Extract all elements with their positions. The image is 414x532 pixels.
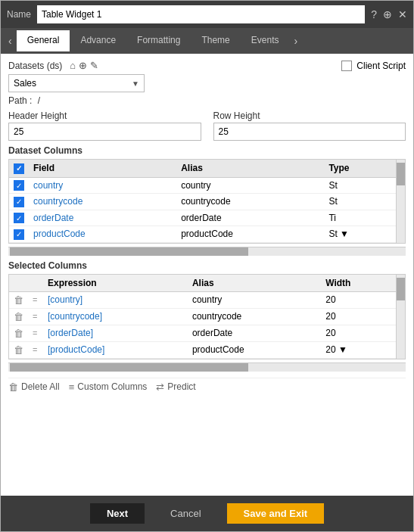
delete-row-icon[interactable]: 🗑 — [14, 294, 23, 306]
add-dataset-icon[interactable]: ⊕ — [79, 60, 87, 71]
td-field: country — [29, 177, 176, 194]
custom-columns-icon: ≡ — [69, 381, 75, 393]
equals-icon: = — [33, 328, 37, 338]
delete-all-action[interactable]: 🗑 Delete All — [8, 381, 60, 393]
delete-all-label: Delete All — [21, 381, 60, 392]
save-exit-button[interactable]: Save and Exit — [227, 503, 325, 524]
next-button[interactable]: Next — [90, 503, 145, 524]
row-checkbox[interactable]: ✓ — [14, 229, 24, 240]
td-checkbox[interactable]: ✓ — [9, 210, 29, 226]
td-type: Ti — [324, 210, 396, 226]
tab-formatting[interactable]: Formatting — [126, 30, 191, 51]
row-checkbox[interactable]: ✓ — [14, 197, 24, 207]
row-checkbox[interactable]: ✓ — [14, 180, 24, 191]
th-equals — [28, 275, 43, 292]
td-field: orderDate — [29, 210, 176, 226]
custom-columns-action[interactable]: ≡ Custom Columns — [69, 381, 148, 393]
select-all-checkbox[interactable]: ✓ — [14, 163, 24, 174]
td-sc-alias: orderDate — [188, 325, 321, 341]
td-equals: = — [28, 291, 43, 308]
delete-row-icon[interactable]: 🗑 — [14, 344, 23, 356]
selected-columns-title: Selected Columns — [8, 260, 406, 271]
td-field: productCode — [29, 226, 176, 243]
datasets-label: Datasets (ds) — [8, 61, 62, 71]
datasets-dropdown[interactable]: Sales ▼ — [8, 74, 145, 92]
th-alias: Alias — [176, 160, 324, 177]
header-height-input[interactable] — [8, 123, 201, 141]
cancel-button[interactable]: Cancel — [154, 503, 217, 524]
sc-scrollbar-thumb — [397, 278, 405, 300]
td-expression: [countrycode] — [43, 308, 188, 325]
th-sc-alias: Alias — [188, 275, 321, 292]
selected-columns-table: Expression Alias Width 🗑 = [country] cou… — [9, 275, 396, 359]
th-width: Width — [321, 275, 396, 292]
tab-theme[interactable]: Theme — [191, 30, 240, 51]
predict-label: Predict — [167, 381, 195, 392]
equals-icon: = — [33, 312, 37, 321]
custom-columns-label: Custom Columns — [77, 381, 147, 392]
selected-columns-table-container: Expression Alias Width 🗑 = [country] cou… — [8, 274, 406, 359]
sc-h-scrollbar-thumb — [10, 363, 248, 372]
predict-action[interactable]: ⇄ Predict — [156, 381, 195, 393]
header-height-label: Header Height — [8, 110, 201, 121]
td-delete[interactable]: 🗑 — [9, 308, 28, 325]
move-icon[interactable]: ⊕ — [383, 8, 392, 20]
dc-h-scrollbar-thumb — [10, 247, 248, 256]
help-icon[interactable]: ? — [371, 8, 377, 20]
datasets-label-row: Datasets (ds) ⌂ ⊕ ✎ Client Script — [8, 60, 406, 71]
row-height-label: Row Height — [213, 110, 406, 121]
td-checkbox[interactable]: ✓ — [9, 226, 29, 243]
th-expression: Expression — [43, 275, 188, 292]
bottom-actions: 🗑 Delete All ≡ Custom Columns ⇄ Predict — [8, 378, 406, 397]
td-sc-width: 20 — [321, 308, 396, 325]
title-bar-icons: ? ⊕ ✕ — [371, 8, 407, 20]
close-icon[interactable]: ✕ — [398, 8, 407, 20]
dataset-columns-table: ✓ Field Alias Type ✓ country country St — [9, 160, 396, 243]
delete-row-icon[interactable]: 🗑 — [14, 311, 23, 322]
tabs-bar: ‹ General Advance Formatting Theme Event… — [1, 28, 413, 54]
delete-all-icon: 🗑 — [8, 381, 18, 393]
tab-general[interactable]: General — [17, 30, 70, 51]
row-checkbox[interactable]: ✓ — [14, 213, 24, 223]
th-type: Type — [324, 160, 396, 177]
dataset-columns-table-inner: ✓ Field Alias Type ✓ country country St — [9, 160, 396, 243]
td-delete[interactable]: 🗑 — [9, 325, 28, 341]
td-checkbox[interactable]: ✓ — [9, 177, 29, 194]
table-row: ✓ country country St — [9, 177, 396, 194]
height-row: Header Height Row Height — [8, 110, 406, 141]
td-expression: [orderDate] — [43, 325, 188, 341]
tab-right-arrow[interactable]: › — [289, 35, 302, 47]
sc-horizontal-scrollbar[interactable] — [8, 362, 406, 372]
dc-vertical-scrollbar[interactable] — [396, 160, 405, 243]
th-delete — [9, 275, 28, 292]
td-checkbox[interactable]: ✓ — [9, 194, 29, 210]
td-expression: [productCode] — [43, 341, 188, 358]
client-script-checkbox[interactable] — [341, 61, 352, 71]
predict-icon: ⇄ — [156, 381, 164, 393]
td-sc-alias: countrycode — [188, 308, 321, 325]
td-field: countrycode — [29, 194, 176, 210]
td-delete[interactable]: 🗑 — [9, 291, 28, 308]
td-equals: = — [28, 325, 43, 341]
td-delete[interactable]: 🗑 — [9, 341, 28, 358]
row-height-group: Row Height — [213, 110, 406, 141]
dc-scrollbar-thumb — [397, 163, 405, 185]
table-row: ✓ countrycode countrycode St — [9, 194, 396, 210]
table-row: 🗑 = [countrycode] countrycode 20 — [9, 308, 396, 325]
tab-advance[interactable]: Advance — [70, 30, 126, 51]
row-height-input[interactable] — [213, 123, 406, 141]
dataset-columns-title: Dataset Columns — [8, 145, 406, 156]
td-sc-width: 20 — [321, 291, 396, 308]
delete-row-icon[interactable]: 🗑 — [14, 328, 23, 339]
home-icon[interactable]: ⌂ — [70, 60, 76, 71]
widget-name-input[interactable] — [37, 5, 365, 23]
dataset-columns-table-container: ✓ Field Alias Type ✓ country country St — [8, 159, 406, 244]
tab-left-arrow[interactable]: ‹ — [4, 35, 17, 47]
widget-container: Name ? ⊕ ✕ ‹ General Advance Formatting … — [0, 0, 414, 532]
tab-events[interactable]: Events — [241, 30, 290, 51]
title-bar: Name ? ⊕ ✕ — [1, 1, 413, 28]
dc-horizontal-scrollbar[interactable] — [8, 247, 406, 256]
edit-dataset-icon[interactable]: ✎ — [90, 60, 98, 71]
equals-icon: = — [33, 295, 37, 304]
sc-vertical-scrollbar[interactable] — [396, 275, 405, 359]
